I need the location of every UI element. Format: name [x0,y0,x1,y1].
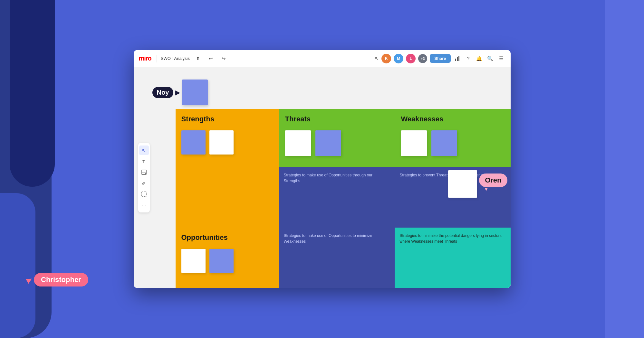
opportunities-title: Opportunities [181,233,273,242]
frame-tool[interactable] [139,189,149,199]
prevent-str-section: Strategies to prevent Threats through ou… [395,167,511,228]
opportunities-stickies [181,249,273,273]
threats-section-header: Threats [279,109,395,167]
top-bar: miro SWOT Analysis ⬆ ↩ ↪ ↖ K M L +3 Shar… [134,50,511,67]
cursor-tool[interactable]: ↖ [139,146,149,155]
weaknesses-content: Weaknesses [401,115,504,156]
avatar-3: L [406,54,416,63]
oren-arrow-icon: ▼ [484,186,489,192]
threats-content: Threats [285,115,388,156]
text-tool[interactable]: T [139,156,149,166]
swot-grid: Threats Weaknesses [176,109,511,288]
top-bar-right: ↖ K M L +3 Share ? 🔔 🔍 ☰ [375,54,505,63]
board-title[interactable]: SWOT Analysis [161,56,190,61]
noy-label: Noy [152,87,174,98]
oren-area: Oren ▼ [448,170,507,198]
strengths-sticky-1 [181,130,206,155]
more-tools[interactable]: ⋯ [139,200,149,210]
weaknesses-sticky-2 [431,130,457,156]
left-toolbar: ↖ T ✏ ⋯ [138,143,150,212]
opp-str-text: Strategies to make use of Opportunities … [284,172,389,184]
bg-wave-right [605,0,644,338]
weaknesses-title: Weaknesses [401,115,504,123]
help-icon[interactable]: ? [464,54,473,63]
undo-icon[interactable]: ↩ [207,54,216,63]
avatar-1: K [381,54,391,63]
oren-cursor-container: Oren ▼ [479,170,507,192]
pen-tool[interactable]: ✏ [137,176,150,190]
threats-sticky-2 [315,130,341,156]
notification-icon[interactable]: 🔔 [475,54,484,63]
strengths-title: Strengths [181,115,273,123]
strengths-section: Strengths [176,109,279,228]
opp-sticky-2 [209,249,234,273]
prevent-weak-text: Strategies to minimize the potential dan… [400,233,505,244]
note-tool[interactable] [139,167,149,177]
miro-logo[interactable]: miro [139,55,151,62]
weaknesses-sticky-1 [401,130,427,156]
opp-sticky-1 [181,249,206,273]
christopher-label: Christopher [34,273,88,286]
svg-rect-0 [455,59,456,61]
svg-rect-2 [458,56,459,61]
threats-sticky-1 [285,130,311,156]
svg-rect-6 [142,192,146,196]
search-icon[interactable]: 🔍 [486,54,495,63]
opp-weak-section: Strategies to make use of Opportunities … [279,228,395,288]
divider-1 [157,55,157,62]
menu-icon[interactable]: ☰ [497,54,505,63]
opp-weak-text: Strategies to make use of Opportunities … [284,233,389,244]
noy-cursor: Noy ▶ [152,80,208,105]
bg-shape-bottom-left [0,193,35,338]
strengths-stickies [181,130,273,222]
threats-stickies [285,130,388,156]
avatar-count: +3 [418,54,427,63]
share-button[interactable]: Share [430,54,450,63]
browser-window: miro SWOT Analysis ⬆ ↩ ↪ ↖ K M L +3 Shar… [134,50,511,288]
strengths-sticky-2 [209,130,234,155]
oren-label: Oren [479,174,507,187]
chart-icon[interactable] [453,54,462,63]
weaknesses-section-header: Weaknesses [395,109,511,167]
prevent-weak-section: Strategies to minimize the potential dan… [395,228,511,288]
redo-icon[interactable]: ↪ [219,54,228,63]
upload-icon[interactable]: ⬆ [194,54,203,63]
svg-rect-1 [457,57,458,61]
opportunities-section: Opportunities [176,228,279,288]
canvas-area: ↖ T ✏ ⋯ Noy ▶ Threats [134,67,511,288]
threats-title: Threats [285,115,388,123]
cursor-tool-icon[interactable]: ↖ [375,55,379,61]
bg-shape-top-left [10,0,55,187]
noy-arrow-icon: ▶ [175,89,180,96]
noy-sticky-note [182,80,208,105]
oren-sticky [448,170,477,198]
avatar-2: M [394,54,403,63]
opp-str-section: Strategies to make use of Opportunities … [279,167,395,228]
weaknesses-stickies [401,130,504,156]
